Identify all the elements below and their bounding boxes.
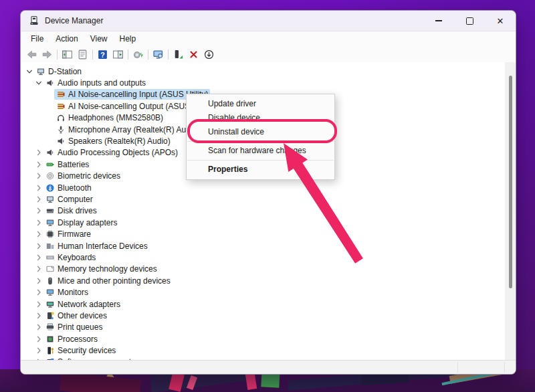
help-icon[interactable]: ? bbox=[95, 47, 110, 61]
menu-help[interactable]: Help bbox=[114, 33, 142, 45]
tree-item-content[interactable]: Mice and other pointing devices bbox=[43, 276, 173, 286]
tree-item-content[interactable]: Computer bbox=[43, 194, 95, 205]
tree-item[interactable]: Firmware bbox=[21, 228, 505, 239]
chevron-right-icon[interactable] bbox=[34, 276, 43, 286]
chevron-right-icon[interactable] bbox=[34, 253, 43, 262]
tree-item-label: Keyboards bbox=[58, 253, 96, 262]
tree-item-content[interactable]: Processors bbox=[43, 334, 100, 345]
chevron-right-icon[interactable] bbox=[34, 346, 43, 355]
tree-item[interactable]: Memory technology devices bbox=[21, 264, 505, 275]
tree-item-content[interactable]: Monitors bbox=[43, 287, 90, 298]
context-menu-item-uninstall-device[interactable]: Uninstall device bbox=[187, 125, 334, 139]
chevron-down-icon[interactable] bbox=[34, 78, 43, 88]
tree-item-content[interactable]: Audio Processing Objects (APOs) bbox=[43, 147, 180, 158]
chevron-right-icon[interactable] bbox=[34, 288, 43, 297]
chevron-right-icon[interactable] bbox=[34, 183, 43, 193]
uninstall-x-icon[interactable] bbox=[186, 47, 201, 61]
tree-item-content[interactable]: Headphones (MMS2580B) bbox=[54, 112, 165, 123]
menu-view[interactable]: View bbox=[84, 33, 114, 45]
tree-item-content[interactable]: Microphone Array (Realtek(R) Audio) bbox=[54, 124, 201, 135]
tree-item-label: Network adapters bbox=[58, 300, 120, 309]
tree-item-label: Mice and other pointing devices bbox=[58, 276, 171, 286]
tree-item-content[interactable]: Human Interface Devices bbox=[43, 241, 150, 252]
tree-item-label: Computer bbox=[58, 195, 93, 204]
tree-item[interactable]: Audio inputs and outputs bbox=[21, 77, 505, 88]
menu-action[interactable]: Action bbox=[49, 33, 84, 45]
chevron-right-icon[interactable] bbox=[34, 218, 43, 227]
tree-item-content[interactable]: Display adapters bbox=[43, 217, 119, 228]
device-update-icon[interactable] bbox=[171, 47, 186, 61]
chevron-down-icon[interactable] bbox=[25, 67, 34, 76]
chevron-right-icon[interactable] bbox=[34, 264, 43, 274]
tree-item[interactable]: Print queues bbox=[21, 322, 505, 333]
console-tree-icon[interactable] bbox=[60, 47, 75, 61]
chevron-right-icon[interactable] bbox=[34, 148, 43, 157]
tree-item[interactable]: Display adapters bbox=[21, 217, 505, 228]
context-menu-item-disable-device[interactable]: Disable device bbox=[187, 111, 334, 125]
chevron-right-icon[interactable] bbox=[34, 311, 43, 320]
chevron-right-icon[interactable] bbox=[34, 195, 43, 204]
close-button[interactable]: ✕ bbox=[485, 11, 516, 31]
action-pane-icon[interactable] bbox=[110, 47, 126, 61]
tree-item-content[interactable]: Bluetooth bbox=[43, 183, 94, 193]
tree-item-content[interactable]: Memory technology devices bbox=[43, 264, 159, 274]
tree-item-content[interactable]: Audio inputs and outputs bbox=[43, 78, 148, 88]
tree-item[interactable]: Monitors bbox=[21, 286, 505, 298]
menu-file[interactable]: File bbox=[25, 33, 49, 45]
chevron-right-icon[interactable] bbox=[34, 171, 43, 181]
horizontal-scrollbar-area[interactable] bbox=[21, 360, 516, 374]
tree-item[interactable]: Keyboards bbox=[21, 252, 505, 263]
chevron-right-icon[interactable] bbox=[34, 160, 43, 169]
context-menu: Update driverDisable deviceUninstall dev… bbox=[186, 94, 335, 180]
tree-item[interactable]: Human Interface Devices bbox=[21, 240, 505, 252]
window-title: Device Manager bbox=[45, 16, 103, 25]
toolbar-separator bbox=[168, 50, 169, 60]
memory-icon bbox=[45, 264, 55, 274]
tree-item-content[interactable]: D-Station bbox=[34, 66, 84, 77]
tree-item-content[interactable]: Batteries bbox=[43, 159, 91, 170]
scrollbar-thumb[interactable] bbox=[509, 76, 512, 288]
tree-item-content[interactable]: Speakers (Realtek(R) Audio) bbox=[54, 136, 173, 146]
chevron-right-icon[interactable] bbox=[34, 322, 43, 332]
tree-item[interactable]: Mice and other pointing devices bbox=[21, 275, 505, 286]
divider bbox=[504, 362, 505, 373]
tree-item-content[interactable]: Security devices bbox=[43, 345, 118, 356]
tree-item[interactable]: Computer bbox=[21, 193, 505, 205]
tree-item-content[interactable]: Network adapters bbox=[43, 299, 122, 310]
tree-item-content[interactable]: Biometric devices bbox=[43, 171, 122, 181]
chevron-right-icon[interactable] bbox=[34, 241, 43, 251]
update-driver-icon[interactable] bbox=[130, 47, 146, 61]
tree-item-content[interactable]: Keyboards bbox=[43, 252, 98, 263]
tree-item-content[interactable]: Disk drives bbox=[43, 205, 99, 216]
context-menu-item-update-driver[interactable]: Update driver bbox=[187, 97, 334, 111]
tree-item[interactable]: Other devices bbox=[21, 310, 505, 321]
minimize-button[interactable] bbox=[423, 11, 454, 31]
back-arrow-icon[interactable] bbox=[24, 47, 39, 61]
tree-item-label: Audio Processing Objects (APOs) bbox=[58, 148, 178, 157]
tree-item[interactable]: Network adapters bbox=[21, 298, 505, 310]
context-menu-item-scan-for-hardware-changes[interactable]: Scan for hardware changes bbox=[187, 144, 334, 158]
forward-arrow-icon[interactable] bbox=[39, 47, 55, 61]
tree-item[interactable]: Processors bbox=[21, 333, 505, 345]
title-bar[interactable]: Device Manager ✕ bbox=[21, 11, 516, 31]
tree-item-content[interactable]: Other devices bbox=[43, 310, 109, 321]
chevron-right-icon[interactable] bbox=[34, 229, 43, 239]
tree-item[interactable]: Disk drives bbox=[21, 205, 505, 217]
audio-gold-icon bbox=[56, 90, 66, 99]
properties-window-icon[interactable] bbox=[75, 47, 90, 61]
keyboard-icon bbox=[45, 253, 55, 262]
chevron-right-icon[interactable] bbox=[34, 300, 43, 309]
scan-hardware-icon[interactable] bbox=[150, 47, 166, 61]
chevron-right-icon[interactable] bbox=[34, 206, 43, 215]
maximize-button[interactable] bbox=[454, 11, 485, 31]
tree-item-label: Print queues bbox=[58, 322, 102, 332]
disable-down-icon[interactable] bbox=[201, 47, 217, 61]
tree-item[interactable]: D-Station bbox=[21, 66, 505, 77]
tree-item[interactable]: Security devices bbox=[21, 345, 505, 356]
vertical-scrollbar[interactable] bbox=[505, 62, 516, 361]
tree-item-content[interactable]: Firmware bbox=[43, 229, 93, 239]
tree-item[interactable]: Bluetooth bbox=[21, 182, 505, 193]
context-menu-item-properties[interactable]: Properties bbox=[187, 163, 334, 177]
chevron-right-icon[interactable] bbox=[34, 334, 43, 344]
tree-item-content[interactable]: Print queues bbox=[43, 322, 104, 332]
